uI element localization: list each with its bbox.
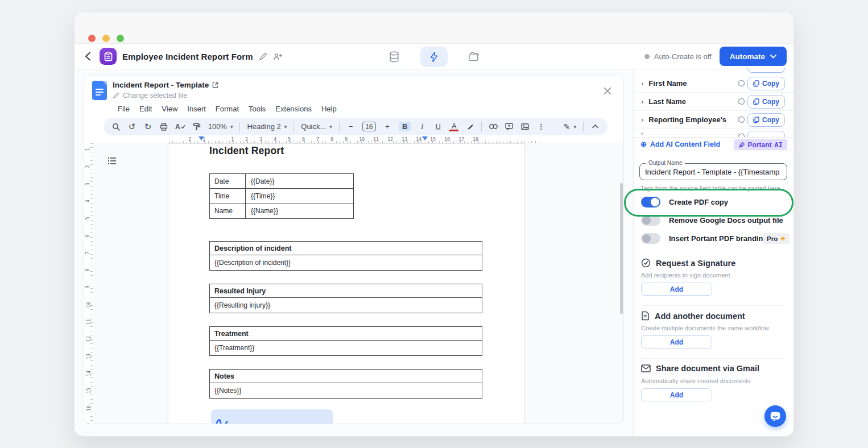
underline-button[interactable]: U [433, 122, 443, 131]
tag-icon[interactable] [737, 97, 746, 106]
chevron-right-icon[interactable]: › [641, 115, 643, 124]
paragraph-style-select[interactable]: Heading 2▾ [247, 122, 287, 131]
source-data-tab[interactable] [381, 47, 408, 67]
copy-tag-button[interactable]: Copy [747, 113, 785, 127]
signature-placeholder[interactable] [211, 409, 333, 424]
docs-menu-item[interactable]: Edit [139, 105, 152, 113]
support-chat-button[interactable] [764, 405, 786, 427]
ruler-number: 11 [86, 319, 92, 325]
ruler-number: 4 [274, 136, 276, 142]
ruler-number: 2 [85, 165, 90, 168]
section-title-cell: Treatment [210, 327, 482, 341]
search-icon[interactable] [111, 123, 121, 131]
insert-image-icon[interactable] [520, 123, 530, 130]
paint-format-icon[interactable] [192, 123, 201, 131]
docs-toolbar: ↺ ↻ A 100%▾ Heading 2▾ Quick...▾ − 16 + … [104, 118, 607, 135]
ruler-number: 14 [416, 136, 421, 142]
workflow-settings-panel: › First Name Copy › Last Name [633, 69, 794, 436]
text-color-button[interactable]: A [449, 122, 458, 131]
bold-button[interactable]: B [399, 122, 411, 131]
italic-button[interactable]: I [418, 122, 427, 131]
open-external-icon[interactable] [212, 82, 218, 88]
change-selected-file-link[interactable]: Change selected file [113, 92, 218, 99]
highlight-color-icon[interactable] [465, 123, 474, 130]
font-family-select[interactable]: Quick...▾ [301, 122, 332, 131]
tag-icon[interactable] [737, 115, 746, 124]
editing-mode-select[interactable]: ✎▾ [564, 122, 576, 131]
pdf-branding-toggle[interactable] [641, 233, 660, 244]
document-page[interactable]: Incident Report Date {{Date}} Time {{Tim… [168, 143, 524, 424]
docs-menu-item[interactable]: View [162, 105, 177, 113]
info-value-cell: {{Name}} [246, 204, 353, 218]
section-tag-cell: {{Resulting injury}} [210, 298, 482, 313]
field-label: Reporting Employee's Na... [648, 115, 728, 124]
outputs-folder-tab[interactable] [460, 47, 487, 67]
source-field-row[interactable]: › Reporting Employee's Na... Copy [634, 111, 794, 129]
sparkle-icon: ✦ [780, 235, 786, 243]
document-template-tab[interactable] [420, 47, 448, 67]
close-window-button[interactable] [88, 35, 96, 42]
chevron-down-icon: ▾ [329, 124, 332, 130]
copy-icon [753, 98, 759, 105]
main-content: Incident Report - Template Change select… [75, 69, 793, 436]
create-pdf-toggle[interactable] [641, 197, 660, 208]
insert-link-icon[interactable] [489, 124, 498, 129]
ruler-number: 8 [85, 269, 90, 272]
ruler-number: 4 [85, 200, 90, 202]
copy-tag-button[interactable]: Copy [747, 95, 785, 109]
ruler-number: 9 [85, 286, 90, 289]
automate-button[interactable]: Automate [720, 47, 787, 66]
add-signature-button[interactable]: Add [641, 283, 712, 296]
tag-icon[interactable] [737, 79, 746, 88]
indent-marker-icon[interactable] [199, 136, 204, 140]
docs-menu-item[interactable]: File [118, 105, 130, 113]
ruler-number: 13 [86, 353, 92, 359]
decrease-font-size-button[interactable]: − [346, 122, 356, 131]
field-label: First Name [648, 79, 687, 88]
source-field-row[interactable]: › Last Name Copy [634, 93, 794, 111]
document-scrollbar[interactable] [620, 183, 623, 314]
add-ai-content-field-button[interactable]: ⊕ Add AI Content Field [640, 140, 720, 148]
minimize-window-button[interactable] [102, 35, 110, 42]
docs-menu-item[interactable]: Extensions [275, 105, 312, 113]
chevron-right-icon[interactable]: › [641, 97, 643, 106]
ruler-number: 6 [302, 136, 305, 142]
docs-menu-item[interactable]: Tools [249, 105, 266, 113]
remove-gdocs-toggle[interactable] [641, 215, 660, 226]
increase-font-size-button[interactable]: + [383, 122, 392, 131]
chevron-right-icon[interactable]: › [641, 79, 643, 88]
section-title-cell: Description of incident [210, 242, 482, 255]
docs-menu-item[interactable]: Help [321, 105, 337, 113]
copy-button-partial[interactable] [747, 68, 785, 73]
more-options-icon[interactable]: ⋮ [536, 122, 545, 131]
share-access-icon[interactable] [273, 52, 283, 61]
portant-ai-badge[interactable]: PortantAI [734, 139, 787, 150]
indent-marker-icon[interactable] [422, 136, 428, 140]
add-comment-icon[interactable] [505, 123, 514, 130]
horizontal-ruler: 21 123456789101112131415161718 [104, 136, 607, 143]
close-preview-button[interactable] [603, 86, 613, 97]
redo-icon[interactable]: ↻ [143, 122, 152, 132]
copy-tag-button[interactable]: Copy [747, 77, 785, 90]
info-value-cell: {{Time}} [246, 189, 353, 203]
rename-workflow-icon[interactable] [259, 52, 267, 61]
undo-icon[interactable]: ↺ [127, 122, 137, 132]
output-name-field[interactable]: Output Name Incident Report - Template -… [639, 163, 787, 180]
font-size-input[interactable]: 16 [362, 122, 376, 131]
spellcheck-icon[interactable]: A [175, 123, 185, 131]
zoom-select[interactable]: 100%▾ [208, 122, 233, 131]
source-fields-list: › First Name Copy › Last Name [634, 74, 794, 137]
source-field-row-partial[interactable]: › [634, 129, 794, 137]
divider [641, 305, 785, 306]
source-field-row[interactable]: › First Name Copy [634, 74, 794, 93]
collapse-toolbar-icon[interactable] [590, 125, 600, 128]
print-icon[interactable] [159, 123, 168, 131]
add-document-button[interactable]: Add [641, 335, 712, 349]
document-outline-icon[interactable] [108, 157, 117, 165]
pencil-icon: ✎ [564, 122, 571, 131]
zoom-window-button[interactable] [117, 35, 124, 42]
back-button[interactable] [81, 50, 94, 63]
docs-menu-item[interactable]: Insert [187, 105, 206, 113]
docs-menu-item[interactable]: Format [216, 105, 239, 113]
add-gmail-share-button[interactable]: Add [641, 388, 712, 401]
